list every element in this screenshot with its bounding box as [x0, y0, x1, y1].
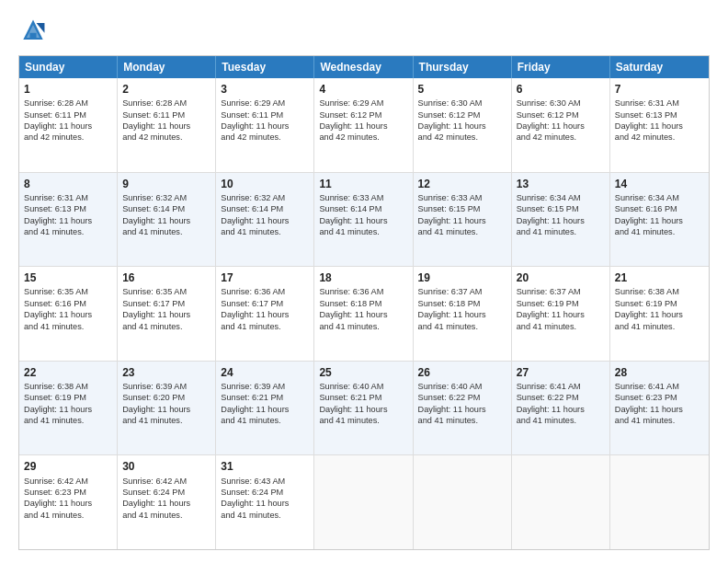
day-number: 17 [221, 270, 309, 285]
day-content: and 41 minutes. [221, 322, 280, 331]
day-number: 24 [221, 365, 309, 380]
day-content: Sunrise: 6:38 AM [615, 287, 679, 296]
calendar-row-4: 22Sunrise: 6:38 AMSunset: 6:19 PMDayligh… [19, 362, 709, 456]
day-content: Sunrise: 6:35 AM [122, 287, 187, 296]
day-number: 14 [615, 177, 704, 191]
day-content: Daylight: 11 hours [517, 310, 585, 319]
day-content: and 42 minutes. [615, 132, 675, 142]
day-number: 30 [122, 459, 210, 474]
day-content: Sunset: 6:14 PM [319, 204, 381, 213]
day-content: Sunrise: 6:41 AM [615, 382, 679, 391]
day-number: 6 [517, 82, 605, 97]
header-tuesday: Tuesday [216, 56, 314, 78]
calendar-row-2: 8Sunrise: 6:31 AMSunset: 6:13 PMDaylight… [19, 173, 709, 268]
calendar-row-5: 29Sunrise: 6:42 AMSunset: 6:23 PMDayligh… [19, 455, 709, 549]
day-content: Sunrise: 6:28 AM [122, 98, 187, 108]
day-content: Daylight: 11 hours [517, 405, 585, 414]
day-content: Sunset: 6:15 PM [517, 204, 579, 213]
day-content: Sunset: 6:16 PM [615, 204, 677, 213]
day-content: Sunrise: 6:33 AM [319, 193, 383, 202]
calendar-cell: 30Sunrise: 6:42 AMSunset: 6:24 PMDayligh… [118, 455, 216, 549]
day-content: Sunset: 6:17 PM [122, 299, 185, 308]
calendar-row-1: 1Sunrise: 6:28 AMSunset: 6:11 PMDaylight… [19, 78, 709, 173]
day-content: and 41 minutes. [418, 416, 478, 425]
svg-rect-2 [29, 33, 36, 40]
page: Sunday Monday Tuesday Wednesday Thursday… [0, 0, 728, 563]
day-content: Sunset: 6:19 PM [24, 393, 86, 402]
header-monday: Monday [118, 56, 216, 78]
day-content: and 41 minutes. [221, 511, 280, 520]
day-content: Sunset: 6:24 PM [221, 488, 283, 497]
day-number: 10 [221, 177, 309, 191]
header-wednesday: Wednesday [314, 56, 413, 78]
calendar-cell: 17Sunrise: 6:36 AMSunset: 6:17 PMDayligh… [216, 267, 314, 361]
day-content: Sunset: 6:18 PM [319, 299, 381, 308]
day-content: Daylight: 11 hours [319, 216, 387, 225]
calendar: Sunday Monday Tuesday Wednesday Thursday… [18, 55, 710, 550]
day-number: 29 [24, 459, 112, 474]
header [18, 17, 710, 46]
day-number: 20 [517, 270, 605, 285]
calendar-cell [512, 455, 610, 549]
day-content: Sunrise: 6:30 AM [418, 98, 483, 108]
calendar-cell: 1Sunrise: 6:28 AMSunset: 6:11 PMDaylight… [19, 78, 118, 172]
calendar-cell: 9Sunrise: 6:32 AMSunset: 6:14 PMDaylight… [118, 173, 216, 267]
day-content: and 42 minutes. [418, 132, 478, 142]
calendar-cell: 11Sunrise: 6:33 AMSunset: 6:14 PMDayligh… [314, 173, 413, 267]
day-content: Sunset: 6:15 PM [418, 204, 481, 213]
calendar-cell: 4Sunrise: 6:29 AMSunset: 6:12 PMDaylight… [314, 78, 413, 172]
day-content: Daylight: 11 hours [517, 216, 585, 225]
day-content: Daylight: 11 hours [24, 216, 92, 225]
calendar-cell: 6Sunrise: 6:30 AMSunset: 6:12 PMDaylight… [512, 78, 610, 172]
day-content: Sunrise: 6:29 AM [221, 98, 285, 108]
day-content: Sunrise: 6:39 AM [221, 382, 285, 391]
calendar-cell: 5Sunrise: 6:30 AMSunset: 6:12 PMDaylight… [414, 78, 512, 172]
calendar-cell: 26Sunrise: 6:40 AMSunset: 6:22 PMDayligh… [414, 362, 512, 455]
day-content: and 42 minutes. [24, 132, 84, 142]
calendar-body: 1Sunrise: 6:28 AMSunset: 6:11 PMDaylight… [19, 78, 709, 549]
day-content: and 41 minutes. [319, 227, 379, 236]
calendar-row-3: 15Sunrise: 6:35 AMSunset: 6:16 PMDayligh… [19, 267, 709, 362]
day-content: Sunrise: 6:28 AM [24, 98, 88, 108]
day-content: Sunrise: 6:40 AM [319, 382, 383, 391]
calendar-cell: 24Sunrise: 6:39 AMSunset: 6:21 PMDayligh… [216, 362, 314, 455]
day-content: and 41 minutes. [418, 227, 478, 236]
day-content: Sunset: 6:23 PM [24, 488, 86, 497]
day-number: 4 [319, 82, 407, 97]
day-content: Daylight: 11 hours [517, 121, 585, 131]
day-content: Daylight: 11 hours [221, 216, 289, 225]
day-number: 19 [418, 270, 506, 285]
day-content: Sunrise: 6:37 AM [517, 287, 581, 296]
calendar-cell [610, 455, 709, 549]
day-number: 3 [221, 82, 309, 97]
calendar-cell: 31Sunrise: 6:43 AMSunset: 6:24 PMDayligh… [216, 455, 314, 549]
day-content: Daylight: 11 hours [418, 216, 486, 225]
day-content: Sunset: 6:12 PM [319, 110, 381, 120]
day-content: and 41 minutes. [319, 416, 379, 425]
day-content: Sunset: 6:22 PM [517, 393, 579, 402]
calendar-cell: 18Sunrise: 6:36 AMSunset: 6:18 PMDayligh… [314, 267, 413, 361]
day-content: Sunrise: 6:35 AM [24, 287, 88, 296]
day-content: Sunrise: 6:34 AM [615, 193, 679, 202]
day-content: and 41 minutes. [615, 227, 675, 236]
day-content: Sunset: 6:11 PM [24, 110, 86, 120]
day-content: Sunrise: 6:36 AM [221, 287, 285, 296]
day-content: Daylight: 11 hours [418, 405, 486, 414]
day-content: Daylight: 11 hours [24, 121, 92, 131]
day-content: Sunset: 6:21 PM [319, 393, 381, 402]
day-content: Sunrise: 6:38 AM [24, 382, 88, 391]
day-content: Sunset: 6:20 PM [122, 393, 185, 402]
day-content: and 41 minutes. [517, 416, 576, 425]
day-content: Sunrise: 6:30 AM [517, 98, 581, 108]
day-content: Daylight: 11 hours [122, 405, 190, 414]
day-number: 7 [615, 82, 704, 97]
day-number: 26 [418, 365, 506, 380]
calendar-cell: 23Sunrise: 6:39 AMSunset: 6:20 PMDayligh… [118, 362, 216, 455]
day-content: Daylight: 11 hours [615, 216, 683, 225]
day-content: Sunrise: 6:40 AM [418, 382, 483, 391]
day-content: Daylight: 11 hours [221, 499, 289, 508]
logo [18, 17, 51, 46]
day-content: Daylight: 11 hours [24, 310, 92, 319]
day-content: Sunrise: 6:31 AM [24, 193, 88, 202]
day-content: Sunrise: 6:31 AM [615, 98, 679, 108]
